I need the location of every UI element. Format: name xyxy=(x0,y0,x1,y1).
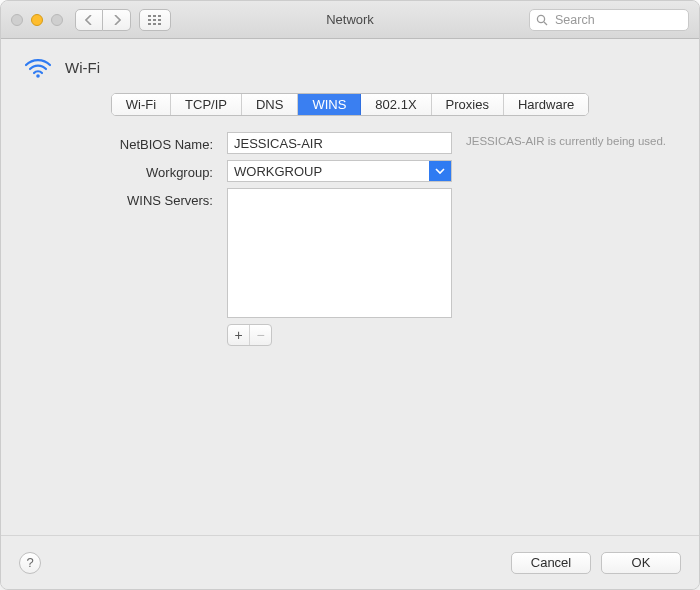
netbios-name-value: JESSICAS-AIR xyxy=(234,136,323,151)
tab-tcp-ip[interactable]: TCP/IP xyxy=(171,94,242,115)
labels-column: NetBIOS Name: Workgroup: WINS Servers: xyxy=(23,132,213,346)
tab-wi-fi[interactable]: Wi-Fi xyxy=(112,94,171,115)
titlebar: Network xyxy=(1,1,699,39)
footer: ? Cancel OK xyxy=(1,535,699,589)
back-button[interactable] xyxy=(75,9,103,31)
help-button[interactable]: ? xyxy=(19,552,41,574)
wins-servers-label: WINS Servers: xyxy=(23,190,213,212)
svg-rect-2 xyxy=(158,15,161,17)
svg-line-10 xyxy=(544,22,547,25)
workgroup-value: WORKGROUP xyxy=(228,161,429,181)
network-preferences-window: Network Wi-Fi Wi-FiTCP/IPDNSWINS802.1XPr… xyxy=(0,0,700,590)
ok-button[interactable]: OK xyxy=(601,552,681,574)
svg-rect-6 xyxy=(148,23,151,25)
remove-button: − xyxy=(250,325,271,345)
svg-rect-5 xyxy=(158,19,161,21)
add-remove-buttons: + − xyxy=(227,324,272,346)
wins-servers-list[interactable] xyxy=(227,188,452,318)
svg-rect-1 xyxy=(153,15,156,17)
window-title: Network xyxy=(326,12,374,27)
tab-proxies[interactable]: Proxies xyxy=(432,94,504,115)
forward-button[interactable] xyxy=(103,9,131,31)
wifi-icon xyxy=(23,55,53,79)
workgroup-label: Workgroup: xyxy=(23,162,213,190)
chevron-down-icon[interactable] xyxy=(429,161,451,181)
tab-hardware[interactable]: Hardware xyxy=(504,94,588,115)
nav-buttons xyxy=(75,9,131,31)
netbios-name-label: NetBIOS Name: xyxy=(23,134,213,162)
content-area: Wi-Fi Wi-FiTCP/IPDNSWINS802.1XProxiesHar… xyxy=(1,39,699,535)
search-field[interactable] xyxy=(529,9,689,31)
interface-name: Wi-Fi xyxy=(65,59,100,76)
svg-rect-8 xyxy=(158,23,161,25)
close-window-icon[interactable] xyxy=(11,14,23,26)
search-input[interactable] xyxy=(553,12,682,28)
tab-wins[interactable]: WINS xyxy=(298,94,361,115)
add-button[interactable]: + xyxy=(228,325,250,345)
workgroup-combo[interactable]: WORKGROUP xyxy=(227,160,452,182)
netbios-name-field[interactable]: JESSICAS-AIR xyxy=(227,132,452,154)
svg-rect-4 xyxy=(153,19,156,21)
wins-form: NetBIOS Name: Workgroup: WINS Servers: J… xyxy=(23,132,677,346)
tab-802-1x[interactable]: 802.1X xyxy=(361,94,431,115)
search-icon xyxy=(536,14,548,26)
netbios-hint: JESSICAS-AIR is currently being used. xyxy=(466,132,677,346)
svg-rect-0 xyxy=(148,15,151,17)
interface-header: Wi-Fi xyxy=(23,55,677,79)
show-all-button[interactable] xyxy=(139,9,171,31)
svg-point-9 xyxy=(537,15,544,22)
traffic-lights xyxy=(11,14,63,26)
svg-rect-3 xyxy=(148,19,151,21)
tab-bar: Wi-FiTCP/IPDNSWINS802.1XProxiesHardware xyxy=(111,93,590,116)
cancel-button[interactable]: Cancel xyxy=(511,552,591,574)
svg-point-11 xyxy=(36,74,40,78)
fields-column: JESSICAS-AIR WORKGROUP + − xyxy=(227,132,452,346)
zoom-window-icon[interactable] xyxy=(51,14,63,26)
tab-dns[interactable]: DNS xyxy=(242,94,298,115)
minimize-window-icon[interactable] xyxy=(31,14,43,26)
svg-rect-7 xyxy=(153,23,156,25)
